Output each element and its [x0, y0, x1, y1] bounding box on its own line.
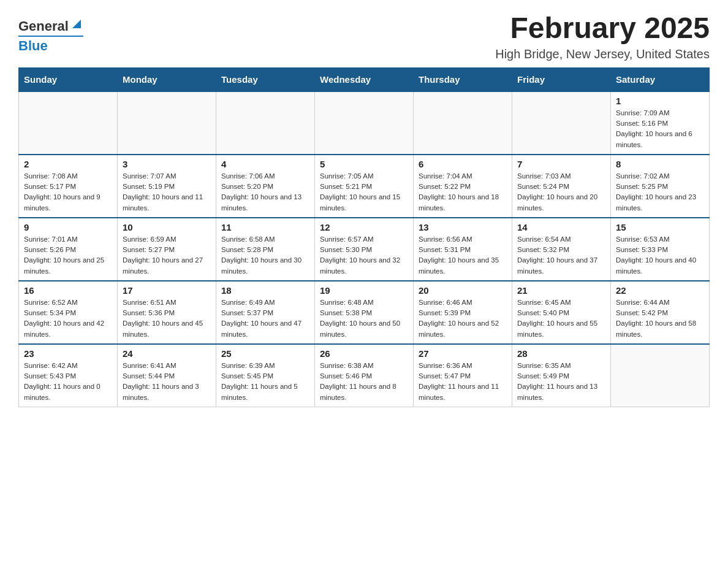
- calendar-day-cell: [216, 91, 315, 155]
- calendar-day-cell: 25Sunrise: 6:39 AMSunset: 5:45 PMDayligh…: [216, 344, 315, 407]
- calendar-day-cell: 15Sunrise: 6:53 AMSunset: 5:33 PMDayligh…: [611, 218, 710, 281]
- day-number: 8: [616, 159, 704, 169]
- calendar-day-cell: 6Sunrise: 7:04 AMSunset: 5:22 PMDaylight…: [414, 155, 512, 218]
- calendar-day-cell: 9Sunrise: 7:01 AMSunset: 5:26 PMDaylight…: [19, 218, 118, 281]
- day-info: Sunrise: 7:03 AMSunset: 5:24 PMDaylight:…: [517, 171, 605, 213]
- day-number: 5: [320, 159, 408, 169]
- calendar-day-cell: [118, 91, 216, 155]
- day-info: Sunrise: 6:38 AMSunset: 5:46 PMDaylight:…: [320, 361, 408, 403]
- day-of-week-header: Friday: [512, 67, 611, 91]
- day-of-week-header: Thursday: [414, 67, 512, 91]
- calendar-table: SundayMondayTuesdayWednesdayThursdayFrid…: [18, 67, 710, 407]
- day-number: 11: [221, 222, 309, 232]
- calendar-day-cell: 20Sunrise: 6:46 AMSunset: 5:39 PMDayligh…: [414, 281, 512, 344]
- calendar-day-cell: 18Sunrise: 6:49 AMSunset: 5:37 PMDayligh…: [216, 281, 315, 344]
- day-info: Sunrise: 6:46 AMSunset: 5:39 PMDaylight:…: [419, 297, 507, 340]
- calendar-day-cell: [19, 91, 118, 155]
- calendar-day-cell: 13Sunrise: 6:56 AMSunset: 5:31 PMDayligh…: [414, 218, 512, 281]
- day-info: Sunrise: 6:41 AMSunset: 5:44 PMDaylight:…: [123, 361, 211, 403]
- day-info: Sunrise: 6:35 AMSunset: 5:49 PMDaylight:…: [517, 361, 605, 403]
- calendar-day-cell: 23Sunrise: 6:42 AMSunset: 5:43 PMDayligh…: [19, 344, 118, 407]
- day-info: Sunrise: 7:05 AMSunset: 5:21 PMDaylight:…: [320, 171, 408, 213]
- day-info: Sunrise: 6:48 AMSunset: 5:38 PMDaylight:…: [320, 297, 408, 340]
- calendar-header-row: SundayMondayTuesdayWednesdayThursdayFrid…: [19, 67, 710, 91]
- day-info: Sunrise: 7:04 AMSunset: 5:22 PMDaylight:…: [419, 171, 507, 213]
- logo-triangle-icon: [70, 17, 83, 31]
- day-info: Sunrise: 7:06 AMSunset: 5:20 PMDaylight:…: [221, 171, 309, 213]
- calendar-week-row: 1Sunrise: 7:09 AMSunset: 5:16 PMDaylight…: [19, 91, 710, 155]
- day-number: 13: [419, 222, 507, 232]
- day-info: Sunrise: 7:07 AMSunset: 5:19 PMDaylight:…: [123, 171, 211, 213]
- day-number: 1: [616, 96, 704, 106]
- calendar-day-cell: 14Sunrise: 6:54 AMSunset: 5:32 PMDayligh…: [512, 218, 611, 281]
- calendar-day-cell: [611, 344, 710, 407]
- day-number: 14: [517, 222, 605, 232]
- calendar-day-cell: 4Sunrise: 7:06 AMSunset: 5:20 PMDaylight…: [216, 155, 315, 218]
- calendar-day-cell: [512, 91, 611, 155]
- day-number: 18: [221, 285, 309, 296]
- day-info: Sunrise: 6:39 AMSunset: 5:45 PMDaylight:…: [221, 361, 309, 403]
- calendar-day-cell: 28Sunrise: 6:35 AMSunset: 5:49 PMDayligh…: [512, 344, 611, 407]
- calendar-day-cell: 12Sunrise: 6:57 AMSunset: 5:30 PMDayligh…: [315, 218, 414, 281]
- day-number: 27: [419, 348, 507, 359]
- day-number: 6: [419, 159, 507, 169]
- day-number: 7: [517, 159, 605, 169]
- calendar-day-cell: 16Sunrise: 6:52 AMSunset: 5:34 PMDayligh…: [19, 281, 118, 344]
- day-info: Sunrise: 6:58 AMSunset: 5:28 PMDaylight:…: [221, 234, 309, 277]
- day-number: 15: [616, 222, 704, 232]
- day-number: 24: [123, 348, 211, 359]
- calendar-week-row: 2Sunrise: 7:08 AMSunset: 5:17 PMDaylight…: [19, 155, 710, 218]
- calendar-day-cell: 11Sunrise: 6:58 AMSunset: 5:28 PMDayligh…: [216, 218, 315, 281]
- logo-blue-text: Blue: [18, 38, 83, 54]
- calendar-week-row: 23Sunrise: 6:42 AMSunset: 5:43 PMDayligh…: [19, 344, 710, 407]
- calendar-day-cell: 27Sunrise: 6:36 AMSunset: 5:47 PMDayligh…: [414, 344, 512, 407]
- day-number: 19: [320, 285, 408, 296]
- day-number: 10: [123, 222, 211, 232]
- calendar-day-cell: 2Sunrise: 7:08 AMSunset: 5:17 PMDaylight…: [19, 155, 118, 218]
- calendar-day-cell: 5Sunrise: 7:05 AMSunset: 5:21 PMDaylight…: [315, 155, 414, 218]
- day-info: Sunrise: 7:09 AMSunset: 5:16 PMDaylight:…: [616, 108, 704, 150]
- day-number: 25: [221, 348, 309, 359]
- day-number: 22: [616, 285, 704, 296]
- day-number: 28: [517, 348, 605, 359]
- month-title: February 2025: [495, 12, 710, 45]
- day-number: 17: [123, 285, 211, 296]
- day-info: Sunrise: 6:49 AMSunset: 5:37 PMDaylight:…: [221, 297, 309, 340]
- calendar-day-cell: [414, 91, 512, 155]
- page-header: General Blue February 2025 High Bridge, …: [18, 12, 710, 61]
- day-number: 16: [24, 285, 112, 296]
- day-number: 2: [24, 159, 112, 169]
- calendar-day-cell: 8Sunrise: 7:02 AMSunset: 5:25 PMDaylight…: [611, 155, 710, 218]
- day-of-week-header: Tuesday: [216, 67, 315, 91]
- calendar-week-row: 9Sunrise: 7:01 AMSunset: 5:26 PMDaylight…: [19, 218, 710, 281]
- day-number: 23: [24, 348, 112, 359]
- logo: General Blue: [18, 18, 83, 54]
- location-title: High Bridge, New Jersey, United States: [495, 47, 710, 61]
- calendar-day-cell: 26Sunrise: 6:38 AMSunset: 5:46 PMDayligh…: [315, 344, 414, 407]
- calendar-day-cell: 17Sunrise: 6:51 AMSunset: 5:36 PMDayligh…: [118, 281, 216, 344]
- calendar-day-cell: 10Sunrise: 6:59 AMSunset: 5:27 PMDayligh…: [118, 218, 216, 281]
- calendar-day-cell: 3Sunrise: 7:07 AMSunset: 5:19 PMDaylight…: [118, 155, 216, 218]
- calendar-day-cell: 24Sunrise: 6:41 AMSunset: 5:44 PMDayligh…: [118, 344, 216, 407]
- calendar-day-cell: 1Sunrise: 7:09 AMSunset: 5:16 PMDaylight…: [611, 91, 710, 155]
- title-area: February 2025 High Bridge, New Jersey, U…: [495, 12, 710, 61]
- day-info: Sunrise: 6:44 AMSunset: 5:42 PMDaylight:…: [616, 297, 704, 340]
- day-of-week-header: Monday: [118, 67, 216, 91]
- day-number: 20: [419, 285, 507, 296]
- day-of-week-header: Sunday: [19, 67, 118, 91]
- day-info: Sunrise: 6:36 AMSunset: 5:47 PMDaylight:…: [419, 361, 507, 403]
- day-number: 4: [221, 159, 309, 169]
- day-info: Sunrise: 6:45 AMSunset: 5:40 PMDaylight:…: [517, 297, 605, 340]
- logo-general-text: General: [18, 18, 69, 34]
- calendar-day-cell: 19Sunrise: 6:48 AMSunset: 5:38 PMDayligh…: [315, 281, 414, 344]
- day-info: Sunrise: 6:42 AMSunset: 5:43 PMDaylight:…: [24, 361, 112, 403]
- calendar-week-row: 16Sunrise: 6:52 AMSunset: 5:34 PMDayligh…: [19, 281, 710, 344]
- calendar-day-cell: 7Sunrise: 7:03 AMSunset: 5:24 PMDaylight…: [512, 155, 611, 218]
- calendar-day-cell: 22Sunrise: 6:44 AMSunset: 5:42 PMDayligh…: [611, 281, 710, 344]
- day-of-week-header: Saturday: [611, 67, 710, 91]
- day-number: 12: [320, 222, 408, 232]
- day-info: Sunrise: 6:52 AMSunset: 5:34 PMDaylight:…: [24, 297, 112, 340]
- day-number: 21: [517, 285, 605, 296]
- calendar-day-cell: [315, 91, 414, 155]
- calendar-day-cell: 21Sunrise: 6:45 AMSunset: 5:40 PMDayligh…: [512, 281, 611, 344]
